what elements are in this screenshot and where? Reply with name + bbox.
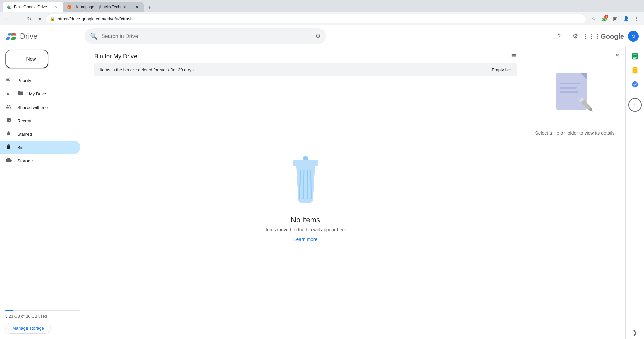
search-filter-icon[interactable]: ⚙ — [315, 32, 321, 40]
sidebar-item-my-drive-label: My Drive — [29, 91, 46, 96]
browser-chrome: Bin - Google Drive ✕ g Homepage | gHacks… — [0, 0, 644, 25]
browser-sidebar-button[interactable]: ▣ — [610, 14, 620, 23]
svg-line-9 — [311, 170, 311, 198]
new-plus-icon: + — [18, 55, 22, 63]
empty-title: No items — [291, 216, 320, 224]
svg-point-27 — [634, 71, 636, 73]
bin-notice: Items in the bin are deleted forever aft… — [94, 63, 517, 76]
tasks-icon-btn[interactable] — [628, 78, 642, 91]
page-title: Bin for My Drive — [94, 53, 510, 60]
trash-illustration — [285, 156, 326, 208]
header-right: ? ⚙ ⋮⋮⋮ Google M — [552, 29, 639, 43]
view-toggle-button[interactable] — [510, 52, 517, 61]
tab-drive[interactable]: Bin - Google Drive ✕ — [3, 2, 63, 12]
app-layout: Drive 🔍 ⚙ ? ⚙ ⋮⋮⋮ Google M + New — [0, 25, 644, 339]
home-button[interactable]: ● — [35, 14, 44, 23]
my-drive-expand-icon: ▶ — [5, 92, 12, 96]
browser-menu-button[interactable]: ⋮ — [632, 14, 641, 23]
search-input[interactable] — [101, 33, 311, 39]
bin-icon — [5, 144, 12, 151]
svg-rect-21 — [633, 56, 637, 56]
tab-ghacks[interactable]: g Homepage | gHacks Technology News ✕ — [63, 2, 144, 12]
sidebar-item-starred-label: Starred — [17, 132, 32, 137]
help-button[interactable]: ? — [552, 29, 566, 43]
svg-rect-26 — [633, 70, 636, 70]
main-content: Bin for My Drive Items in the bin are de… — [86, 47, 525, 339]
tab-drive-close[interactable]: ✕ — [54, 4, 59, 10]
bin-notice-text: Items in the bin are deleted forever aft… — [100, 67, 194, 72]
new-button-label: New — [26, 56, 36, 62]
svg-rect-2 — [6, 78, 10, 78]
tab-drive-title: Bin - Google Drive — [14, 5, 51, 9]
manage-storage-button[interactable]: Manage storage — [5, 323, 51, 334]
learn-more-link[interactable]: Learn more — [293, 236, 318, 242]
sidebar-item-shared-label: Shared with me — [17, 105, 48, 110]
browser-tabs: Bin - Google Drive ✕ g Homepage | gHacks… — [0, 0, 644, 12]
svg-rect-11 — [556, 73, 587, 110]
sidebar-item-bin-label: Bin — [17, 145, 24, 150]
sidebar-item-storage[interactable]: Storage — [0, 154, 80, 167]
svg-rect-6 — [293, 160, 318, 166]
doc-illustration — [555, 71, 595, 119]
address-text: https://drive.google.com/drive/u/0/trash — [58, 16, 582, 21]
tab-ghacks-favicon: g — [67, 5, 72, 9]
priority-icon — [5, 77, 12, 84]
tab-drive-favicon — [7, 5, 11, 9]
google-apps-button[interactable]: ⋮⋮⋮ — [585, 29, 598, 43]
drive-logo-icon — [5, 29, 19, 43]
sheets-icon-btn[interactable] — [628, 50, 642, 63]
sidebar-item-bin[interactable]: Bin — [0, 141, 80, 154]
browser-toolbar: ← → ↻ ● 🔒 https://drive.google.com/drive… — [0, 12, 644, 25]
side-details-body: Select a file or folder to view its deta… — [525, 60, 625, 339]
app-body: + New Priority ▶ My Drive Sh — [0, 47, 644, 339]
sidebar-item-storage-label: Storage — [17, 158, 33, 163]
keep-icon-btn[interactable] — [628, 64, 642, 77]
sidebar-item-my-drive[interactable]: ▶ My Drive — [0, 87, 80, 100]
extensions-button[interactable]: 🧩 4 — [600, 14, 609, 23]
reload-button[interactable]: ↻ — [24, 14, 34, 23]
new-button[interactable]: + New — [5, 50, 48, 68]
my-drive-folder-icon — [17, 90, 23, 98]
svg-line-7 — [303, 170, 304, 198]
storage-bar-fill — [5, 310, 13, 311]
empty-subtitle: Items moved to the bin will appear here — [264, 227, 346, 232]
sidebar-item-recent[interactable]: Recent — [0, 114, 80, 127]
app-header: Drive 🔍 ⚙ ? ⚙ ⋮⋮⋮ Google M — [0, 25, 644, 47]
settings-button[interactable]: ⚙ — [569, 29, 582, 43]
tab-ghacks-close[interactable]: ✕ — [134, 4, 140, 10]
forward-button[interactable]: → — [13, 14, 23, 23]
side-details-panel: ✕ — [525, 47, 625, 339]
lock-icon: 🔒 — [50, 16, 55, 21]
storage-text: 3.23 GB of 30 GB used — [5, 314, 80, 319]
address-bar[interactable]: 🔒 https://drive.google.com/drive/u/0/tra… — [46, 14, 586, 23]
details-message: Select a file or folder to view its deta… — [535, 130, 614, 137]
sidebar-item-priority-label: Priority — [17, 78, 31, 83]
storage-icon — [5, 157, 12, 165]
svg-rect-13 — [560, 83, 580, 84]
storage-section: 3.23 GB of 30 GB used Manage storage — [0, 304, 86, 336]
new-tab-button[interactable]: + — [145, 3, 154, 12]
recent-icon — [5, 117, 12, 125]
logo-area: Drive — [5, 29, 79, 43]
empty-bin-button[interactable]: Empty bin — [492, 67, 511, 72]
svg-rect-3 — [6, 79, 9, 80]
sidebar-item-priority[interactable]: Priority — [0, 74, 80, 87]
search-bar: 🔍 ⚙ — [85, 28, 326, 44]
details-close-button[interactable]: ✕ — [612, 50, 623, 60]
side-details-header: ✕ — [525, 47, 625, 60]
back-button[interactable]: ← — [3, 14, 12, 23]
svg-point-0 — [67, 5, 71, 9]
add-apps-button[interactable]: + — [628, 98, 642, 112]
side-expand-button[interactable]: ❯ — [632, 329, 637, 336]
sidebar-item-starred[interactable]: Starred — [0, 127, 80, 141]
bookmark-button[interactable]: ☆ — [589, 14, 598, 23]
svg-rect-14 — [560, 87, 577, 89]
browser-profile-button[interactable]: 👤 — [621, 14, 631, 23]
starred-icon — [5, 130, 12, 138]
sidebar-item-shared[interactable]: Shared with me — [0, 100, 80, 114]
svg-rect-23 — [633, 58, 635, 59]
svg-rect-20 — [633, 55, 637, 55]
user-avatar[interactable]: M — [628, 31, 639, 42]
content-header: Bin for My Drive — [86, 47, 525, 63]
app-divider — [630, 93, 640, 93]
